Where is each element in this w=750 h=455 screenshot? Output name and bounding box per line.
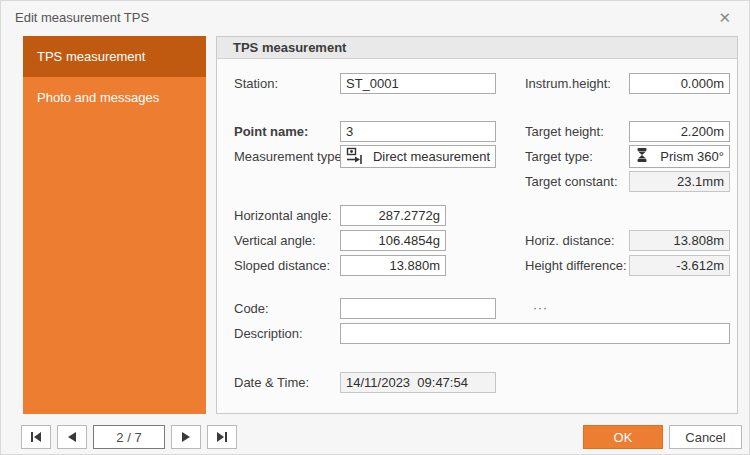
sidebar-item-tps-measurement[interactable]: TPS measurement [23,36,206,77]
first-record-button[interactable] [21,425,51,449]
instrum-height-input[interactable] [629,73,730,94]
target-constant-label: Target constant: [525,171,618,192]
point-name-input[interactable] [340,121,496,142]
panel-header: TPS measurement [217,37,737,59]
edit-measurement-dialog: Edit measurement TPS ✕ TPS measurement P… [0,0,750,455]
target-constant-field [629,171,730,192]
horiz-distance-field [629,230,730,251]
close-icon[interactable]: ✕ [714,7,735,29]
next-record-button[interactable] [171,425,201,449]
target-type-selector[interactable]: Prism 360° [629,145,730,168]
prism-360-icon [635,147,649,166]
ok-button[interactable]: OK [583,425,663,449]
sidebar-item-label: TPS measurement [37,49,145,64]
record-pager[interactable]: 2 / 7 [93,425,165,449]
code-input[interactable] [341,299,527,318]
vertical-angle-input[interactable] [340,230,446,251]
vertical-angle-label: Vertical angle: [234,230,316,251]
last-record-button[interactable] [207,425,237,449]
description-label: Description: [234,323,303,344]
height-difference-label: Height difference: [525,255,627,276]
code-label: Code: [234,298,269,319]
instrum-height-label: Instrum.height: [525,73,611,94]
horizontal-angle-input[interactable] [340,205,446,226]
code-browse-button[interactable]: ··· [527,299,554,318]
date-time-label: Date & Time: [234,372,309,393]
sloped-distance-input[interactable] [340,255,446,276]
sloped-distance-label: Sloped distance: [234,255,330,276]
station-label: Station: [234,73,278,94]
previous-record-button[interactable] [57,425,87,449]
direct-measurement-icon [346,147,363,167]
previous-record-icon [67,428,77,446]
target-height-input[interactable] [629,121,730,142]
last-record-icon [216,428,228,446]
horizontal-angle-label: Horizontal angle: [234,205,332,226]
measurement-type-selector[interactable]: Direct measurement [340,145,496,168]
target-type-value: Prism 360° [649,149,724,164]
cancel-button[interactable]: Cancel [669,425,742,449]
dialog-title: Edit measurement TPS [15,10,149,25]
description-input[interactable] [340,323,730,344]
next-record-icon [181,428,191,446]
measurement-type-label: Measurement type: [234,146,345,167]
tps-measurement-panel: TPS measurement Station: Instrum.height:… [216,36,738,414]
point-name-label: Point name: [234,121,308,142]
height-difference-field [629,255,730,276]
target-height-label: Target height: [525,121,604,142]
sidebar-item-label: Photo and messages [37,90,159,105]
station-input[interactable] [340,73,496,94]
target-type-label: Target type: [525,146,593,167]
code-field-group: ··· [340,298,496,319]
first-record-icon [30,428,42,446]
measurement-type-value: Direct measurement [363,149,490,164]
sidebar-item-photo-and-messages[interactable]: Photo and messages [23,77,206,118]
date-time-field [340,372,496,393]
sidebar: TPS measurement Photo and messages [23,36,206,414]
horiz-distance-label: Horiz. distance: [525,230,615,251]
